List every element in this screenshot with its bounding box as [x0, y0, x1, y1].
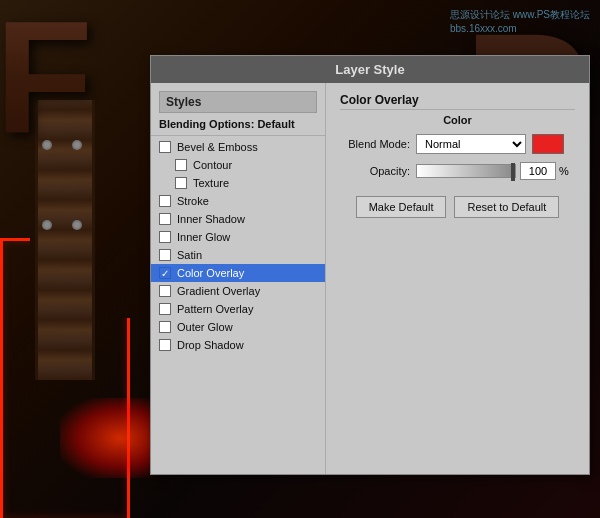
checkbox-bevel-emboss	[159, 141, 171, 153]
button-row: Make Default Reset to Default	[340, 196, 575, 218]
watermark-line1: 思源设计论坛 www.PS教程论坛	[450, 8, 590, 22]
style-item-gradient-overlay[interactable]: Gradient Overlay	[151, 282, 325, 300]
style-label-outer-glow: Outer Glow	[177, 321, 233, 333]
opacity-slider-thumb	[511, 163, 515, 181]
bg-bolts4	[72, 220, 82, 230]
style-items-list: Bevel & EmbossContourTextureStrokeInner …	[151, 138, 325, 354]
checkbox-satin	[159, 249, 171, 261]
style-label-color-overlay: Color Overlay	[177, 267, 244, 279]
styles-header: Styles	[159, 91, 317, 113]
make-default-button[interactable]: Make Default	[356, 196, 447, 218]
reset-to-default-button[interactable]: Reset to Default	[454, 196, 559, 218]
style-label-contour: Contour	[193, 159, 232, 171]
style-label-inner-glow: Inner Glow	[177, 231, 230, 243]
checkbox-gradient-overlay	[159, 285, 171, 297]
style-label-stroke: Stroke	[177, 195, 209, 207]
style-label-pattern-overlay: Pattern Overlay	[177, 303, 253, 315]
style-item-color-overlay[interactable]: ✓Color Overlay	[151, 264, 325, 282]
style-item-outer-glow[interactable]: Outer Glow	[151, 318, 325, 336]
checkbox-texture	[175, 177, 187, 189]
style-item-texture[interactable]: Texture	[151, 174, 325, 192]
checkbox-pattern-overlay	[159, 303, 171, 315]
opacity-row: Opacity: %	[340, 162, 575, 180]
style-label-drop-shadow: Drop Shadow	[177, 339, 244, 351]
checkbox-inner-glow	[159, 231, 171, 243]
opacity-input[interactable]	[520, 162, 556, 180]
watermark: 思源设计论坛 www.PS教程论坛 bbs.16xxx.com	[450, 8, 590, 36]
style-item-contour[interactable]: Contour	[151, 156, 325, 174]
color-swatch[interactable]	[532, 134, 564, 154]
dialog-body: Styles Blending Options: Default Bevel &…	[151, 83, 589, 474]
checkbox-stroke	[159, 195, 171, 207]
style-item-inner-glow[interactable]: Inner Glow	[151, 228, 325, 246]
style-label-inner-shadow: Inner Shadow	[177, 213, 245, 225]
style-item-satin[interactable]: Satin	[151, 246, 325, 264]
blending-options-item[interactable]: Blending Options: Default	[151, 113, 325, 136]
watermark-line2: bbs.16xxx.com	[450, 22, 590, 36]
dialog-title: Layer Style	[151, 56, 589, 83]
opacity-slider[interactable]	[416, 164, 516, 178]
blend-mode-row: Blend Mode: NormalDissolveMultiplyScreen…	[340, 134, 575, 154]
blend-mode-label: Blend Mode:	[340, 138, 410, 150]
settings-panel: Color Overlay Color Blend Mode: NormalDi…	[326, 83, 589, 474]
style-item-inner-shadow[interactable]: Inner Shadow	[151, 210, 325, 228]
checkbox-drop-shadow	[159, 339, 171, 351]
style-label-bevel-emboss: Bevel & Emboss	[177, 141, 258, 153]
style-item-pattern-overlay[interactable]: Pattern Overlay	[151, 300, 325, 318]
percent-label: %	[559, 165, 569, 177]
styles-panel: Styles Blending Options: Default Bevel &…	[151, 83, 326, 474]
section-title: Color Overlay	[340, 93, 575, 110]
checkbox-inner-shadow	[159, 213, 171, 225]
opacity-slider-container: %	[416, 162, 575, 180]
style-item-stroke[interactable]: Stroke	[151, 192, 325, 210]
layer-style-dialog: Layer Style Styles Blending Options: Def…	[150, 55, 590, 475]
bg-bolts3	[42, 220, 52, 230]
opacity-label: Opacity:	[340, 165, 410, 177]
style-label-texture: Texture	[193, 177, 229, 189]
checkbox-outer-glow	[159, 321, 171, 333]
blend-mode-select[interactable]: NormalDissolveMultiplyScreenOverlayDarke…	[416, 134, 526, 154]
subsection-title: Color	[340, 114, 575, 126]
style-item-drop-shadow[interactable]: Drop Shadow	[151, 336, 325, 354]
style-label-satin: Satin	[177, 249, 202, 261]
checkbox-color-overlay: ✓	[159, 267, 171, 279]
bg-letter-f: F	[0, 0, 93, 169]
style-label-gradient-overlay: Gradient Overlay	[177, 285, 260, 297]
style-item-bevel-emboss[interactable]: Bevel & Emboss	[151, 138, 325, 156]
checkbox-contour	[175, 159, 187, 171]
